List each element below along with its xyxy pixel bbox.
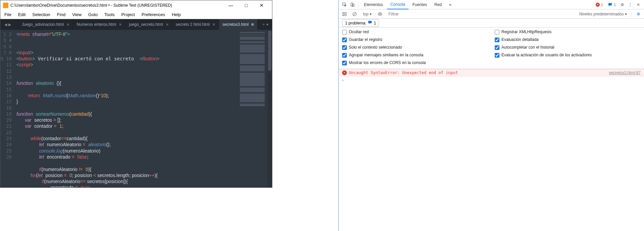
- live-expression-icon[interactable]: [376, 12, 384, 16]
- devtools-tab-bar: Elementos Consola Fuentes Red » ✕1 1 ⚙ ⋮…: [339, 0, 644, 9]
- context-selector[interactable]: top ▾: [361, 11, 374, 17]
- menu-view[interactable]: View: [69, 11, 84, 18]
- checkbox-log-xhr[interactable]: Registrar XMLHttpRequests: [495, 30, 641, 35]
- svg-rect-3: [608, 3, 612, 5]
- checkbox-autocomplete[interactable]: Autocompletar con el historial: [495, 45, 641, 50]
- tab-sources[interactable]: Fuentes: [409, 0, 430, 9]
- sidebar-toggle-icon[interactable]: [341, 12, 348, 16]
- filter-input[interactable]: [386, 11, 575, 17]
- console-toolbar: top ▾ Niveles predeterminados ▾ ⚙: [339, 9, 644, 19]
- svg-rect-9: [368, 21, 372, 23]
- checkbox-preserve-log[interactable]: Guardar el registro: [342, 37, 488, 42]
- file-tab[interactable]: Numeros enteros.html✕: [73, 19, 125, 30]
- menu-tools[interactable]: Tools: [102, 11, 117, 18]
- window-titlebar[interactable]: C:\Users\lambo\OneDrive\Documentos\secre…: [0, 0, 272, 10]
- error-message: Uncaught SyntaxError: Unexpected end of …: [349, 70, 609, 75]
- svg-point-8: [379, 13, 381, 15]
- devtools-panel: Elementos Consola Fuentes Red » ✕1 1 ⚙ ⋮…: [338, 0, 644, 231]
- vertical-scrollbar[interactable]: [267, 30, 272, 187]
- error-source-link[interactable]: secretos3.html:87: [609, 70, 641, 75]
- console-error-row[interactable]: ✕ Uncaught SyntaxError: Unexpected end o…: [339, 69, 644, 76]
- checkbox-selected-ctx[interactable]: Solo el contexto seleccionado: [342, 45, 488, 50]
- console-settings-icon[interactable]: ⚙: [635, 12, 642, 16]
- menu-project[interactable]: Project: [119, 11, 138, 18]
- error-badge[interactable]: ✕1: [594, 2, 605, 7]
- checkbox-hide-network[interactable]: Ocultar red: [342, 30, 488, 35]
- tab-label: juego_secreto.html: [129, 22, 163, 27]
- close-button[interactable]: ✕: [254, 0, 269, 10]
- minimap[interactable]: [237, 30, 267, 187]
- close-tab-icon[interactable]: ✕: [212, 22, 215, 27]
- checkbox-group-similar[interactable]: Agrupar mensajes similares en la consola: [342, 53, 488, 58]
- sublime-window: C:\Users\lambo\OneDrive\Documentos\secre…: [0, 0, 272, 188]
- menu-bar: File Edit Selection Find View Goto Tools…: [0, 10, 272, 19]
- menu-goto[interactable]: Goto: [86, 11, 100, 18]
- gap-area: [272, 0, 338, 231]
- close-tab-icon[interactable]: ✕: [166, 22, 169, 27]
- tab-dropdown-button[interactable]: ▾: [266, 22, 268, 27]
- issues-bar: 1 problema: 1: [339, 19, 644, 27]
- code-editor[interactable]: <meta charset="UTF-8"> <input/> <button>…: [14, 30, 237, 187]
- file-tab[interactable]: Juego_adivinacion.html✕: [18, 19, 73, 30]
- tab-console[interactable]: Consola: [387, 0, 409, 9]
- menu-find[interactable]: Find: [54, 11, 68, 18]
- tab-history-nav[interactable]: ◀ ▶: [0, 19, 15, 30]
- checkbox-eager-eval[interactable]: Evaluación detallada: [495, 37, 641, 42]
- tab-label: Juego_adivinacion.html: [22, 22, 64, 27]
- console-settings-panel: Ocultar red Registrar XMLHttpRequests Gu…: [339, 27, 644, 69]
- tab-label: secreto 2 html.html: [176, 22, 210, 27]
- message-icon: [368, 20, 372, 26]
- svg-rect-1: [351, 3, 353, 6]
- messages-badge[interactable]: 1: [606, 2, 618, 8]
- minimize-button[interactable]: —: [223, 0, 238, 10]
- menu-edit[interactable]: Edit: [15, 11, 28, 18]
- file-tab[interactable]: juego_secreto.html✕: [125, 19, 172, 30]
- device-toolbar-icon[interactable]: [349, 1, 356, 8]
- menu-preferences[interactable]: Preferences: [139, 11, 168, 18]
- inspect-element-icon[interactable]: [341, 1, 348, 8]
- close-tab-icon[interactable]: ✕: [66, 22, 69, 27]
- svg-line-7: [353, 12, 356, 15]
- modified-indicator-icon: [251, 23, 254, 26]
- line-number-gutter[interactable]: 1 2 3 4 5 6 7 8 9 10 11 12 13 14 15 16 1…: [0, 30, 14, 187]
- console-output: ✕ Uncaught SyntaxError: Unexpected end o…: [339, 69, 644, 231]
- checkbox-cors-errors[interactable]: Mostrar los errores de CORS en la consol…: [342, 60, 488, 65]
- close-devtools-icon[interactable]: ✕: [635, 1, 642, 8]
- tab-label: secretos3.html: [222, 22, 249, 27]
- tab-more[interactable]: »: [446, 0, 455, 9]
- settings-icon[interactable]: ⚙: [619, 1, 626, 8]
- file-tab[interactable]: secretos3.html: [219, 19, 258, 30]
- menu-file[interactable]: File: [2, 11, 14, 18]
- issues-button[interactable]: 1 problema: 1: [342, 19, 379, 27]
- log-levels-selector[interactable]: Niveles predeterminados ▾: [577, 11, 629, 17]
- clear-console-icon[interactable]: [351, 12, 358, 16]
- close-tab-icon[interactable]: ✕: [119, 22, 122, 27]
- tab-bar: ◀ ▶ Juego_adivinacion.html✕Numeros enter…: [0, 19, 272, 30]
- file-tab[interactable]: secreto 2 html.html✕: [172, 19, 219, 30]
- window-title: C:\Users\lambo\OneDrive\Documentos\secre…: [10, 3, 223, 8]
- kebab-menu-icon[interactable]: ⋮: [627, 1, 634, 8]
- checkbox-user-activation[interactable]: Evaluar la activación de usuario de los …: [495, 53, 641, 58]
- tab-elements[interactable]: Elementos: [361, 0, 386, 9]
- sublime-logo-icon: [3, 3, 8, 8]
- error-icon: ✕: [342, 70, 347, 75]
- tab-network[interactable]: Red: [431, 0, 445, 9]
- maximize-button[interactable]: □: [238, 0, 254, 10]
- tab-label: Numeros enteros.html: [76, 22, 116, 27]
- new-tab-button[interactable]: +: [262, 22, 265, 27]
- menu-help[interactable]: Help: [169, 11, 183, 18]
- console-prompt[interactable]: ›: [339, 76, 644, 84]
- menu-selection[interactable]: Selection: [30, 11, 53, 18]
